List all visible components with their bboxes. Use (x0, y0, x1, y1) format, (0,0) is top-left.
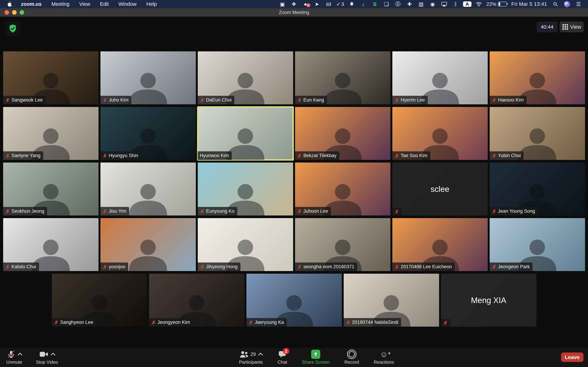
stage-manager-icon[interactable]: ❏ (381, 0, 391, 8)
chat-button[interactable]: 2 Chat (277, 348, 287, 364)
spotlight-search-icon[interactable] (551, 0, 560, 8)
participant-tile[interactable]: 20170488 Lee Euicheon (392, 218, 488, 271)
muted-mic-icon (103, 265, 107, 269)
participant-tile[interactable]: DaEun Choi (198, 51, 293, 104)
participant-tile[interactable]: Tae Soo Kim (392, 107, 488, 160)
participant-tile[interactable]: yoonjoo (100, 218, 196, 271)
participant-tile[interactable]: Jean Young Song (490, 163, 585, 216)
minimize-window-button[interactable] (12, 10, 17, 15)
participant-name-tag: Tae Soo Kim (392, 151, 430, 160)
leave-button[interactable]: Leave (561, 352, 583, 362)
participant-tile[interactable]: Hyunwoo Kim (198, 107, 293, 160)
participant-name: Sanghyeon Lee (60, 320, 93, 325)
dropbox-icon[interactable]: ❖ (289, 0, 299, 8)
reactions-button[interactable]: ☺+ Reactions (374, 348, 394, 364)
meeting-timer: 40:44 (536, 22, 558, 32)
fullscreen-window-button[interactable] (20, 10, 24, 15)
apple-menu-icon[interactable] (6, 1, 13, 8)
notification-bubble-icon[interactable]: ●N (301, 0, 310, 8)
participant-tile[interactable]: Haesoo Kim (490, 51, 585, 104)
participants-count: 29 (251, 352, 256, 357)
siri-icon[interactable] (562, 0, 572, 8)
participant-name: Hyungyu Shin (109, 153, 138, 158)
control-bar-center: 29 Participants 2 Chat Share Screen (239, 348, 394, 364)
participant-tile[interactable]: sclee (392, 163, 488, 216)
participant-tile[interactable]: Sanghyeon Lee (52, 274, 147, 327)
participant-tile[interactable]: Kabdo Choi (3, 218, 98, 271)
participant-tile[interactable]: Bekzat Tilekbay (295, 107, 390, 160)
participant-tile[interactable]: Juho Kim (100, 51, 196, 104)
chat-badge: 2 (283, 348, 289, 354)
accessibility-icon[interactable]: ◉ (428, 0, 438, 8)
menu-bar-clock[interactable]: Fri Mar 5 13:41 (510, 0, 549, 8)
participant-name: Eunyoung Ko (206, 209, 234, 214)
wifi-icon[interactable] (474, 0, 484, 8)
participant-tile[interactable]: seongha eom 20160371 (295, 218, 390, 271)
participant-tile[interactable]: Seokhun Jeong (3, 163, 98, 216)
grid-row: Seokhun Jeong Jisu Yim (3, 163, 585, 216)
participants-chevron[interactable] (258, 353, 263, 357)
bell-icon[interactable] (347, 0, 357, 8)
menu-app-name[interactable]: zoom.us (17, 0, 46, 8)
share-screen-button[interactable]: Share Screen (302, 348, 330, 364)
screen-record-icon[interactable]: ▣ (277, 0, 287, 8)
participant-tile[interactable]: Eun Kang (295, 51, 390, 104)
participant-tile[interactable]: Jeongeon Park (490, 218, 585, 271)
participant-tile[interactable]: Meng XIA (441, 274, 536, 327)
record-button[interactable]: Record (344, 348, 359, 364)
shortcuts-icon[interactable]: S (370, 0, 380, 8)
audio-levels-icon[interactable]: ılıl (324, 0, 333, 8)
rocket-icon[interactable]: ➤ (312, 0, 322, 8)
participant-name-tag: Jeongyeon Kim (149, 318, 193, 327)
muted-mic-icon (151, 320, 156, 325)
muted-mic-icon (346, 320, 350, 325)
muted-mic-icon (394, 153, 399, 158)
close-window-button[interactable] (5, 10, 9, 15)
stop-video-button[interactable]: Stop Video (36, 348, 58, 367)
menu-view[interactable]: View (75, 0, 94, 8)
tasks-check-icon[interactable]: ✓3 (335, 0, 345, 8)
plus-app-icon[interactable]: ✚ (405, 0, 415, 8)
participants-button[interactable]: 29 Participants (239, 348, 263, 364)
video-options-chevron[interactable] (51, 353, 55, 357)
airplay-icon[interactable] (439, 0, 449, 8)
menu-edit[interactable]: Edit (96, 0, 113, 8)
unmute-label: Unmute (6, 360, 22, 364)
participant-tile[interactable]: Sangwook Lee (3, 51, 98, 104)
battery-indicator[interactable]: 22% (485, 0, 508, 8)
control-center-list-icon[interactable]: ☰ (574, 0, 583, 8)
participant-tile[interactable]: Juhoon Lee (295, 163, 390, 216)
participant-tile[interactable]: Jeongyeon Kim (149, 274, 244, 327)
participant-tile[interactable]: Hyungyu Shin (100, 107, 196, 160)
layout-app-icon[interactable]: ▥ (416, 0, 426, 8)
participant-name: Hyerim Lee (401, 97, 425, 103)
input-source-icon[interactable]: A (462, 0, 472, 8)
participant-tile[interactable]: Jihyeong Hong (198, 218, 293, 271)
participant-name: 20180744 NabilaSindi (352, 320, 398, 325)
share-screen-label: Share Screen (302, 360, 330, 364)
audio-options-chevron[interactable] (18, 353, 22, 357)
participant-name: 20170488 Lee Euicheon (401, 264, 452, 269)
download-tray-icon[interactable]: ↓ (358, 0, 368, 8)
zero-app-icon[interactable]: ⓪ (393, 0, 403, 8)
menu-help[interactable]: Help (142, 0, 161, 8)
meeting-security-badge[interactable] (5, 21, 20, 36)
participant-tile[interactable]: 20180744 NabilaSindi (344, 274, 439, 327)
participant-tile[interactable]: Eunyoung Ko (198, 163, 293, 216)
menu-window[interactable]: Window (114, 0, 141, 8)
bluetooth-icon[interactable]: ᛒ (451, 0, 461, 8)
participant-tile[interactable]: Saelyne Yang (3, 107, 98, 160)
participant-tile[interactable]: Yubin Choi (490, 107, 585, 160)
participant-name-tag: Yubin Choi (490, 151, 524, 160)
participant-name: Jihyeong Hong (206, 264, 238, 269)
participant-tile[interactable]: Jaeryoung Ka (246, 274, 342, 327)
unmute-button[interactable]: Unmute (6, 348, 22, 367)
participant-name: Juho Kim (109, 97, 129, 103)
view-button[interactable]: View (560, 22, 584, 32)
muted-mic-icon (492, 265, 496, 269)
participant-name-tag: yoonjoo (100, 262, 128, 271)
menu-meeting[interactable]: Meeting (47, 0, 74, 8)
participant-tile[interactable]: Jisu Yim (100, 163, 196, 216)
participant-name-tag: Sangwook Lee (3, 96, 46, 104)
participant-tile[interactable]: Hyerim Lee (392, 51, 488, 104)
